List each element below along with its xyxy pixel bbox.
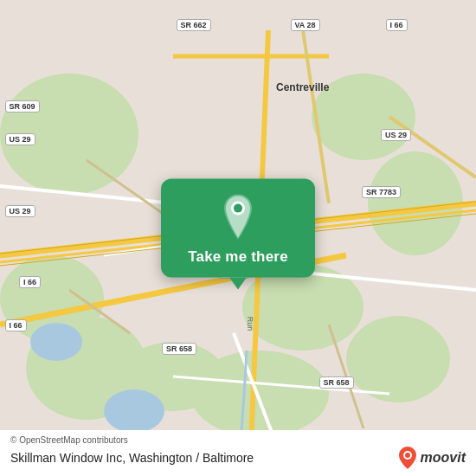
road-label-sr7783: SR 7783 xyxy=(362,186,401,198)
svg-point-4 xyxy=(346,316,450,402)
moovit-pin-icon xyxy=(398,447,417,469)
svg-point-11 xyxy=(104,389,164,433)
svg-point-30 xyxy=(234,204,242,213)
city-label-centreville: Centreville xyxy=(276,81,329,93)
road-label-i66bot2: I 66 xyxy=(5,319,27,331)
svg-point-10 xyxy=(30,323,82,361)
map-attribution: © OpenStreetMap contributors xyxy=(10,435,466,445)
road-label-va28top: VA 28 xyxy=(291,19,320,31)
road-label-us29left: US 29 xyxy=(5,133,35,145)
bottom-bar: © OpenStreetMap contributors Skillman Wi… xyxy=(0,430,476,476)
road-label-i66bot: I 66 xyxy=(19,276,41,288)
location-info: Skillman Window Inc, Washington / Baltim… xyxy=(10,447,466,469)
road-label-us29right: US 29 xyxy=(381,129,411,141)
svg-point-32 xyxy=(405,453,410,458)
popup-card: Take me there xyxy=(161,179,315,278)
road-label-us29left2: US 29 xyxy=(5,205,35,217)
run-label: Run xyxy=(246,316,254,331)
road-label-sr658a: SR 658 xyxy=(162,343,196,355)
road-label-sr662: SR 662 xyxy=(177,19,211,31)
take-me-there-button[interactable]: Take me there xyxy=(188,248,288,266)
moovit-logo: moovit xyxy=(398,447,466,469)
road-label-i66top: I 66 xyxy=(386,19,408,31)
road-label-sr609: SR 609 xyxy=(5,100,40,113)
road-label-sr658b: SR 658 xyxy=(319,376,354,389)
moovit-brand-text: moovit xyxy=(421,450,466,466)
map-container: SR 662 VA 28 I 66 US 29 US 29 US 29 SR 7… xyxy=(0,0,476,476)
location-pin-icon xyxy=(219,195,257,240)
location-name: Skillman Window Inc, Washington / Baltim… xyxy=(10,451,254,465)
